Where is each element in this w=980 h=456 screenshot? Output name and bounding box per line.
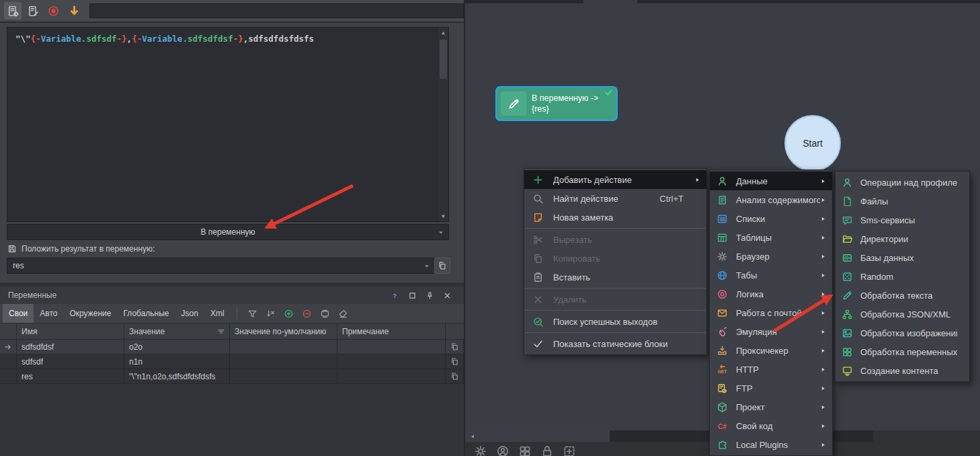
menu-item-5[interactable]: Random — [835, 267, 969, 286]
menu-item-7[interactable]: Работа с почтой — [710, 303, 832, 322]
help-button[interactable]: ? — [386, 288, 403, 303]
menu-item-9[interactable]: Проксичекер — [710, 341, 832, 360]
menu-item-10[interactable]: Поиск успешных выходов — [524, 312, 706, 331]
run-button[interactable] — [65, 2, 83, 20]
tab-2[interactable]: Окружение — [63, 304, 117, 323]
menu-item-10[interactable]: Создание контента — [835, 361, 969, 380]
tab-4[interactable]: Json — [175, 304, 204, 323]
tab-1[interactable]: Авто — [34, 304, 63, 323]
copy-value-button[interactable] — [446, 369, 464, 383]
variable-row[interactable]: sdfsdfdsfo2o — [0, 340, 464, 354]
pin-button[interactable] — [421, 288, 438, 303]
menu-item-8[interactable]: Обработка изображений — [835, 324, 969, 342]
menu-item-6[interactable]: Логика — [710, 284, 832, 303]
menu-item-0[interactable]: Операции над профилем — [835, 173, 969, 192]
menu-item-5[interactable]: Табы — [710, 266, 832, 284]
variable-row[interactable]: res"\"n1n,o2o,sdfsdfdsfdsfs — [0, 369, 464, 384]
add-variable-button[interactable] — [280, 304, 298, 323]
menu-item-0[interactable]: Добавить действие — [524, 170, 706, 189]
menu-item-label: Найти действие — [551, 194, 659, 204]
project-settings-button[interactable] — [4, 2, 22, 20]
grid4-icon — [835, 346, 858, 358]
menu-item-4[interactable]: Браузер — [710, 247, 832, 266]
code-segment: "\" — [15, 34, 31, 44]
data-submenu: Операции над профилемФайлыSms-сервисыДир… — [835, 171, 970, 382]
tab-3[interactable]: Глобальные — [117, 304, 175, 323]
chat-icon — [835, 215, 858, 226]
code-segment: {- — [31, 34, 41, 44]
action-block-to-variable[interactable]: В переменную -> {res} — [495, 86, 618, 121]
variable-row[interactable]: sdfsdfn1n — [0, 354, 464, 369]
canvas-h-scrollbar-thumb[interactable] — [465, 430, 610, 442]
flowchart-canvas[interactable]: В переменную -> {res} Start Добавить дей… — [464, 0, 980, 456]
column-header-value[interactable]: Значение — [124, 324, 230, 339]
menu-item-7[interactable]: Обработка JSON/XML — [835, 305, 969, 324]
canvas-top-scrollbar[interactable] — [465, 0, 980, 3]
menu-item-13[interactable]: C#Свой код — [710, 416, 832, 435]
variables-panel-titlebar: Переменные ? — [0, 287, 464, 304]
menu-item-label: Вырезать — [551, 235, 694, 245]
submenu-arrow-icon — [694, 177, 706, 183]
column-header-default[interactable]: Значение по-умолчанию — [230, 324, 337, 339]
filter-button[interactable] — [243, 304, 261, 323]
rename-variable-button[interactable] — [316, 304, 334, 323]
script-edit-button[interactable] — [24, 2, 42, 20]
menu-item-label: Базы данных — [858, 253, 957, 263]
menu-item-9[interactable]: Обработка переменных — [835, 342, 969, 361]
menu-item-6[interactable]: Обработка текста — [835, 286, 969, 305]
menu-item-12[interactable]: Показать статические блоки — [524, 334, 706, 353]
scrollbar-thumb[interactable] — [583, 0, 637, 3]
copy-value-button[interactable] — [446, 354, 464, 369]
menu-item-3[interactable]: Директории — [835, 229, 969, 248]
editor-scrollbar[interactable] — [438, 28, 448, 221]
maximize-button[interactable] — [403, 288, 421, 303]
menu-item-12[interactable]: Проект — [710, 397, 832, 416]
close-button[interactable] — [438, 288, 456, 303]
menu-item-8[interactable]: Эмуляция — [710, 322, 832, 341]
column-header-name[interactable]: Имя — [17, 324, 124, 339]
transform-mode-value: В переменную — [200, 227, 255, 237]
search-icon — [524, 193, 551, 204]
menu-item-2[interactable]: Списки — [710, 209, 832, 228]
scrollbar-thumb[interactable] — [440, 40, 447, 79]
put-result-checkbox-row[interactable]: Положить результат в переменную: — [7, 243, 155, 254]
column-header-note[interactable]: Примечание — [337, 324, 446, 339]
blocks-icon[interactable] — [518, 445, 532, 456]
record-button[interactable] — [44, 2, 62, 20]
canvas-settings-icon[interactable] — [474, 445, 487, 456]
check-icon — [524, 338, 551, 350]
toolbar-search-input[interactable] — [89, 3, 464, 18]
menu-item-11[interactable]: FTP — [710, 379, 832, 397]
add-frame-icon[interactable] — [563, 445, 576, 456]
copy-value-button[interactable] — [446, 340, 464, 354]
menu-item-4[interactable]: Базы данных — [835, 248, 969, 267]
cell-note — [337, 340, 446, 354]
menu-item-1[interactable]: Найти действиеCtrl+T — [524, 189, 706, 208]
result-variable-dropdown[interactable]: res — [7, 258, 435, 274]
menu-item-6[interactable]: Вставить — [524, 268, 706, 287]
menu-item-10[interactable]: GETHTTP — [710, 360, 832, 379]
copy-variable-button[interactable] — [434, 258, 450, 274]
menu-item-1[interactable]: Файлы — [835, 192, 969, 211]
remove-variable-button[interactable] — [298, 304, 316, 323]
toggle-icon — [710, 289, 734, 300]
lock-icon[interactable] — [540, 445, 554, 456]
menu-item-14[interactable]: Local Plugins — [710, 435, 832, 454]
tab-5[interactable]: Xml — [204, 304, 231, 323]
scroll-up-arrow[interactable] — [438, 28, 448, 38]
profile-icon[interactable] — [496, 445, 509, 456]
transform-mode-dropdown[interactable]: В переменную — [7, 224, 449, 240]
scroll-down-arrow[interactable] — [438, 211, 448, 221]
menu-item-0[interactable]: Данные — [710, 172, 832, 190]
text-template-editor[interactable]: "\"{-Variable.sdfsdf-},{-Variable.sdfsdf… — [7, 27, 449, 222]
menu-item-2[interactable]: Sms-сервисы — [835, 211, 969, 229]
clear-sort-button[interactable] — [261, 304, 280, 323]
clear-values-button[interactable] — [334, 304, 352, 323]
pencil-icon — [501, 91, 526, 116]
menu-item-2[interactable]: Новая заметка — [524, 208, 706, 227]
tab-0[interactable]: Свои — [3, 304, 34, 323]
start-node[interactable]: Start — [784, 115, 841, 172]
code-segment: -} — [233, 34, 243, 44]
menu-item-1[interactable]: Анализ содержимого — [710, 190, 832, 209]
menu-item-3[interactable]: Таблицы — [710, 228, 832, 247]
